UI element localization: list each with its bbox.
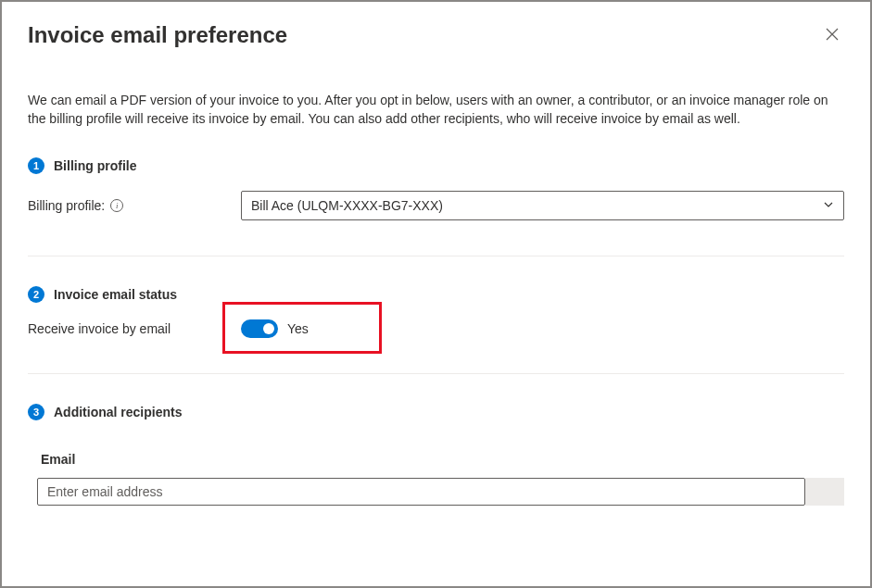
billing-profile-row: Billing profile: i Bill Ace (ULQM-XXXX-B… bbox=[28, 191, 844, 220]
section-head-additional-recipients: 3 Additional recipients bbox=[28, 404, 844, 420]
email-add-slot[interactable] bbox=[805, 478, 844, 506]
divider bbox=[28, 373, 844, 374]
info-icon[interactable]: i bbox=[110, 199, 123, 212]
section-additional-recipients: 3 Additional recipients Email bbox=[2, 404, 870, 506]
panel-description: We can email a PDF version of your invoi… bbox=[2, 48, 870, 128]
email-input[interactable] bbox=[37, 478, 805, 506]
recipients-area: Email bbox=[28, 452, 844, 506]
section-title-invoice-status: Invoice email status bbox=[54, 287, 177, 302]
section-title-additional-recipients: Additional recipients bbox=[54, 405, 182, 419]
step-number-badge: 2 bbox=[28, 286, 44, 303]
receive-invoice-label: Receive invoice by email bbox=[28, 321, 241, 336]
section-head-invoice-status: 2 Invoice email status bbox=[28, 286, 844, 303]
email-column-header: Email bbox=[37, 452, 844, 467]
close-button[interactable] bbox=[820, 22, 844, 46]
billing-profile-dropdown[interactable]: Bill Ace (ULQM-XXXX-BG7-XXX) bbox=[241, 191, 844, 220]
invoice-email-preference-panel: Invoice email preference We can email a … bbox=[0, 0, 872, 588]
step-number-badge: 3 bbox=[28, 404, 44, 420]
receive-invoice-toggle[interactable] bbox=[241, 319, 278, 338]
close-icon bbox=[826, 28, 839, 41]
billing-profile-label-text: Billing profile: bbox=[28, 198, 105, 213]
step-number-badge: 1 bbox=[28, 157, 44, 174]
section-billing-profile: 1 Billing profile Billing profile: i Bil… bbox=[2, 157, 870, 220]
toggle-thumb bbox=[263, 323, 274, 334]
divider bbox=[28, 256, 844, 256]
panel-title: Invoice email preference bbox=[28, 22, 287, 48]
panel-header: Invoice email preference bbox=[2, 2, 870, 48]
section-head-billing-profile: 1 Billing profile bbox=[28, 157, 844, 174]
email-input-row bbox=[37, 478, 844, 506]
section-invoice-email-status: 2 Invoice email status Receive invoice b… bbox=[2, 286, 870, 338]
receive-invoice-toggle-container: Yes bbox=[241, 319, 309, 338]
receive-invoice-row: Receive invoice by email Yes bbox=[28, 319, 844, 338]
billing-profile-selected-value: Bill Ace (ULQM-XXXX-BG7-XXX) bbox=[251, 198, 443, 213]
receive-invoice-toggle-value: Yes bbox=[287, 321, 309, 336]
billing-profile-label: Billing profile: i bbox=[28, 198, 241, 213]
chevron-down-icon bbox=[823, 198, 834, 213]
section-title-billing-profile: Billing profile bbox=[54, 158, 136, 173]
